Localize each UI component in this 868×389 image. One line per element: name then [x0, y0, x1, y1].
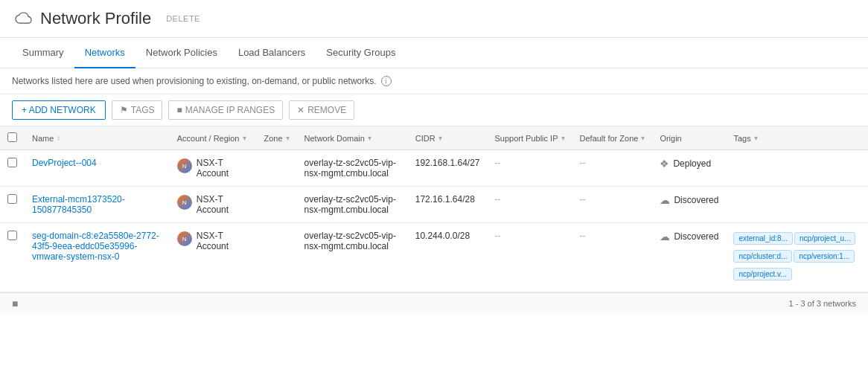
account-name: NSX-T Account — [197, 194, 249, 215]
cell-tags: external_id:8...ncp/project_u...ncp/clus… — [726, 223, 868, 292]
info-text: Networks listed here are used when provi… — [12, 76, 377, 86]
nsxt-icon: N — [177, 195, 192, 210]
tag-icon: ⚑ — [120, 105, 128, 115]
col-name-label: Name — [32, 134, 54, 143]
tag-badge[interactable]: ncp/project_u... — [794, 232, 855, 245]
sort-cidr-icon[interactable]: ▾ — [438, 134, 442, 142]
tab-load-balancers[interactable]: Load Balancers — [228, 38, 316, 68]
cell-origin: ☁Discovered — [652, 223, 726, 292]
cell-support-public-ip: -- — [488, 150, 572, 187]
tab-security-groups[interactable]: Security Groups — [316, 38, 406, 68]
row-checkbox[interactable] — [7, 158, 17, 167]
cell-default-for-zone: -- — [572, 150, 653, 187]
remove-button[interactable]: ✕ REMOVE — [289, 100, 354, 120]
tag-badge[interactable]: ncp/project.v... — [733, 268, 791, 280]
tag-badge[interactable]: ncp/version:1... — [794, 250, 855, 263]
cell-zone — [256, 150, 296, 187]
network-name-link[interactable]: seg-domain-c8:e2a5580e-2772-43f5-9eea-ed… — [32, 231, 159, 262]
tag-badge[interactable]: ncp/cluster:d... — [733, 250, 792, 263]
cell-network-domain: overlay-tz-sc2vc05-vip-nsx-mgmt.cmbu.loc… — [297, 223, 408, 292]
cell-default-for-zone: -- — [572, 187, 653, 223]
sort-account-icon[interactable]: ▾ — [243, 134, 246, 142]
tab-networks[interactable]: Networks — [74, 38, 135, 68]
tags-button[interactable]: ⚑ TAGS — [112, 100, 163, 120]
remove-label: REMOVE — [307, 105, 346, 115]
tag-badge[interactable]: external_id:8... — [733, 232, 793, 245]
col-network-domain-label: Network Domain — [304, 134, 365, 143]
row-checkbox[interactable] — [7, 194, 17, 204]
add-network-button[interactable]: + ADD NETWORK — [12, 100, 106, 120]
manage-ip-icon: ■ — [176, 105, 182, 115]
col-network-domain: Network Domain ▾ — [297, 126, 408, 150]
table-header-row: Name ↕ Account / Region ▾ Zone ▾ — [0, 126, 868, 150]
nsxt-icon: N — [177, 158, 192, 173]
col-zone: Zone ▾ — [256, 126, 296, 150]
table-row: External-mcm1373520-150877845350NNSX-T A… — [0, 187, 868, 223]
tab-bar: Summary Networks Network Policies Load B… — [0, 38, 868, 68]
col-support-public-ip: Support Public IP ▾ — [488, 126, 572, 150]
cell-origin: ❖Deployed — [652, 150, 726, 187]
col-account-region: Account / Region ▾ — [170, 126, 257, 150]
cell-name: DevProject--004 — [25, 150, 170, 187]
table-container: Name ↕ Account / Region ▾ Zone ▾ — [0, 126, 868, 292]
sort-name-icon[interactable]: ↕ — [57, 134, 60, 142]
header: Network Profile DELETE — [0, 0, 868, 38]
network-name-link[interactable]: External-mcm1373520-150877845350 — [32, 194, 125, 215]
cell-tags — [726, 150, 868, 187]
row-checkbox[interactable] — [7, 231, 17, 240]
table-row: seg-domain-c8:e2a5580e-2772-43f5-9eea-ed… — [0, 223, 868, 292]
origin-label: Discovered — [674, 231, 718, 242]
cell-cidr: 10.244.0.0/28 — [408, 223, 488, 292]
sort-zone-icon[interactable]: ▾ — [286, 134, 290, 142]
table-row: DevProject--004NNSX-T Accountoverlay-tz-… — [0, 150, 868, 187]
origin-label: Deployed — [673, 158, 711, 169]
cell-cidr: 192.168.1.64/27 — [408, 150, 488, 187]
tab-network-policies[interactable]: Network Policies — [135, 38, 228, 68]
delete-button[interactable]: DELETE — [166, 14, 200, 23]
manage-ip-ranges-button[interactable]: ■ MANAGE IP RANGES — [168, 100, 283, 120]
cell-account: NNSX-T Account — [170, 187, 257, 223]
deployed-icon: ❖ — [660, 158, 669, 170]
sort-support-icon[interactable]: ▾ — [561, 134, 565, 142]
col-name: Name ↕ — [25, 126, 170, 150]
cell-network-domain: overlay-tz-sc2vc05-vip-nsx-mgmt.cmbu.loc… — [297, 150, 408, 187]
discovered-icon: ☁ — [660, 194, 670, 206]
cell-origin: ☁Discovered — [652, 187, 726, 223]
cell-account: NNSX-T Account — [170, 150, 257, 187]
manage-ip-label: MANAGE IP RANGES — [185, 105, 275, 115]
cell-account: NNSX-T Account — [170, 223, 257, 292]
account-name: NSX-T Account — [197, 158, 249, 179]
cell-zone — [256, 223, 296, 292]
sort-default-icon[interactable]: ▾ — [641, 134, 645, 142]
cell-default-for-zone: -- — [572, 223, 653, 292]
cell-cidr: 172.16.1.64/28 — [408, 187, 488, 223]
toolbar: + ADD NETWORK ⚑ TAGS ■ MANAGE IP RANGES … — [0, 94, 868, 126]
networks-table: Name ↕ Account / Region ▾ Zone ▾ — [0, 126, 868, 292]
col-account-region-label: Account / Region — [177, 134, 240, 143]
col-default-for-zone-label: Default for Zone — [580, 134, 639, 143]
col-origin-label: Origin — [660, 134, 681, 143]
expand-panel-icon[interactable]: ■ — [12, 298, 18, 309]
cell-zone — [256, 187, 296, 223]
cell-name: seg-domain-c8:e2a5580e-2772-43f5-9eea-ed… — [25, 223, 170, 292]
col-support-public-ip-label: Support Public IP — [495, 134, 558, 143]
tab-summary[interactable]: Summary — [12, 38, 74, 68]
nsxt-icon: N — [177, 231, 192, 246]
origin-label: Discovered — [674, 195, 718, 205]
sort-tags-icon[interactable]: ▾ — [754, 134, 758, 142]
cell-network-domain: overlay-tz-sc2vc05-vip-nsx-mgmt.cmbu.loc… — [297, 187, 408, 223]
select-all-checkbox[interactable] — [7, 132, 17, 142]
col-cidr: CIDR ▾ — [408, 126, 488, 150]
cloud-icon — [12, 10, 33, 28]
select-all-col — [0, 126, 25, 150]
info-bar: Networks listed here are used when provi… — [0, 68, 868, 94]
col-cidr-label: CIDR — [415, 134, 435, 143]
col-zone-label: Zone — [264, 134, 282, 143]
sort-network-domain-icon[interactable]: ▾ — [368, 134, 371, 142]
cell-support-public-ip: -- — [488, 223, 572, 292]
col-tags-label: Tags — [733, 134, 750, 143]
col-origin: Origin — [652, 126, 726, 150]
network-name-link[interactable]: DevProject--004 — [32, 158, 97, 168]
page-title: Network Profile — [40, 9, 151, 28]
info-icon: i — [381, 76, 392, 86]
